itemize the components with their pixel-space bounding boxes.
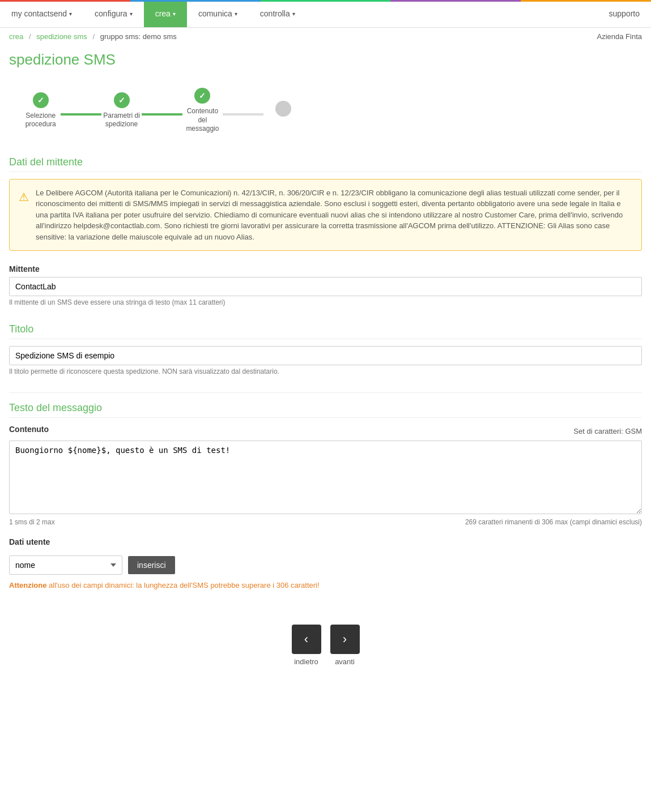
mittente-group: Mittente Il mittente di un SMS deve esse… — [9, 264, 642, 306]
field-select[interactable]: nome cognome email telefono — [9, 555, 122, 575]
warning-text: Le Delibere AGCOM (Autorità italiana per… — [36, 187, 632, 243]
step-1-label: Selezione procedura — [20, 112, 61, 129]
warning-box: ⚠ Le Delibere AGCOM (Autorità italiana p… — [9, 179, 642, 251]
forward-group: › avanti — [330, 625, 360, 666]
nav-crea[interactable]: crea ▾ — [144, 0, 187, 27]
step-4-circle — [275, 101, 291, 117]
sms-stats: 1 sms di 2 max 269 caratteri rimanenti d… — [9, 518, 642, 526]
breadcrumb-separator: / — [92, 32, 95, 41]
nav-configura[interactable]: configura ▾ — [83, 0, 144, 27]
nav-comunica[interactable]: comunica ▾ — [187, 0, 249, 27]
mittente-label: Mittente — [9, 264, 642, 273]
dynamic-field-row: nome cognome email telefono inserisci — [9, 555, 642, 575]
nav-my-contactsend[interactable]: my contactsend ▾ — [0, 0, 83, 27]
main-content: spedizione SMS ✓ Selezione procedura ✓ P… — [0, 45, 651, 711]
step-2-circle: ✓ — [114, 92, 130, 108]
step-3-circle: ✓ — [194, 88, 210, 104]
titolo-group: Il titolo permette di riconoscere questa… — [9, 346, 642, 375]
nav-label: comunica — [198, 9, 232, 18]
warning-icon: ⚠ — [19, 189, 29, 243]
step-4 — [263, 101, 304, 120]
chevron-down-icon: ▾ — [130, 11, 133, 17]
nav-label: crea — [155, 9, 171, 18]
nav-controlla[interactable]: controlla ▾ — [249, 0, 307, 27]
back-button[interactable]: ‹ — [292, 625, 321, 654]
step-2-label: Parametri di spedizione — [101, 112, 142, 129]
sms-count: 1 sms di 2 max — [9, 518, 55, 526]
nav-label: supporto — [609, 9, 640, 18]
step-2: ✓ Parametri di spedizione — [101, 92, 142, 129]
messaggio-section-title: Testo del messaggio — [9, 402, 642, 418]
forward-icon: › — [343, 632, 347, 647]
charset-info: Set di caratteri: GSM — [573, 427, 642, 435]
nav-label: configura — [95, 9, 127, 18]
connector-1-2 — [61, 113, 101, 116]
attention-rest: all'uso dei campi dinamici: la lunghezza… — [46, 581, 319, 589]
contenuto-label: Contenuto — [9, 425, 49, 434]
back-group: ‹ indietro — [292, 625, 321, 666]
nav-label: controlla — [260, 9, 290, 18]
dati-utente-section: Dati utente nome cognome email telefono … — [9, 537, 642, 591]
chevron-down-icon: ▾ — [292, 11, 295, 17]
mittente-section: Dati del mittente ⚠ Le Delibere AGCOM (A… — [9, 156, 642, 307]
chevron-down-icon: ▾ — [173, 11, 176, 17]
breadcrumb-current: gruppo sms: demo sms — [100, 32, 177, 41]
nav-supporto[interactable]: supporto — [598, 0, 651, 27]
nav-label: my contactsend — [11, 9, 67, 18]
mittente-section-title: Dati del mittente — [9, 156, 642, 172]
company-name: Azienda Finta — [597, 32, 643, 41]
page-title: spedizione SMS — [9, 51, 642, 69]
titolo-hint: Il titolo permette di riconoscere questa… — [9, 367, 642, 375]
mittente-hint: Il mittente di un SMS deve essere una st… — [9, 298, 642, 306]
breadcrumb: crea / spedizione sms / gruppo sms: demo… — [0, 28, 651, 45]
step-1-circle: ✓ — [33, 92, 49, 108]
message-textarea[interactable]: Buongiorno ${nome}$, questo è un SMS di … — [9, 441, 642, 514]
chevron-down-icon: ▾ — [235, 11, 237, 17]
attention-bold: Attenzione — [9, 581, 46, 589]
connector-2-3 — [142, 113, 182, 116]
back-label: indietro — [294, 657, 318, 666]
mittente-input[interactable] — [9, 277, 642, 296]
chars-remaining: 269 caratteri rimanenti di 306 max (camp… — [465, 518, 642, 526]
breadcrumb-separator: / — [29, 32, 31, 41]
forward-label: avanti — [335, 657, 355, 666]
breadcrumb-link-spedizione[interactable]: spedizione sms — [36, 32, 87, 41]
attention-text: Attenzione all'uso dei campi dinamici: l… — [9, 580, 642, 591]
breadcrumb-link-crea[interactable]: crea — [9, 32, 23, 41]
step-1: ✓ Selezione procedura — [20, 92, 61, 129]
insert-button[interactable]: inserisci — [128, 556, 175, 574]
nav-buttons: ‹ indietro › avanti — [9, 625, 642, 689]
connector-3-4 — [223, 113, 263, 116]
back-icon: ‹ — [304, 632, 308, 647]
dati-utente-title: Dati utente — [9, 537, 642, 546]
titolo-input[interactable] — [9, 346, 642, 365]
titolo-section: Titolo Il titolo permette di riconoscere… — [9, 323, 642, 375]
messaggio-section: Testo del messaggio Contenuto Set di car… — [9, 392, 642, 591]
top-navigation: my contactsend ▾ configura ▾ crea ▾ comu… — [0, 0, 651, 28]
step-3-label: Contenuto del messaggio — [182, 107, 223, 134]
forward-button[interactable]: › — [330, 625, 360, 654]
progress-steps: ✓ Selezione procedura ✓ Parametri di spe… — [9, 82, 642, 139]
chevron-down-icon: ▾ — [69, 11, 72, 17]
titolo-section-title: Titolo — [9, 323, 642, 339]
contenuto-header: Contenuto Set di caratteri: GSM — [9, 425, 642, 437]
step-3: ✓ Contenuto del messaggio — [182, 88, 223, 134]
